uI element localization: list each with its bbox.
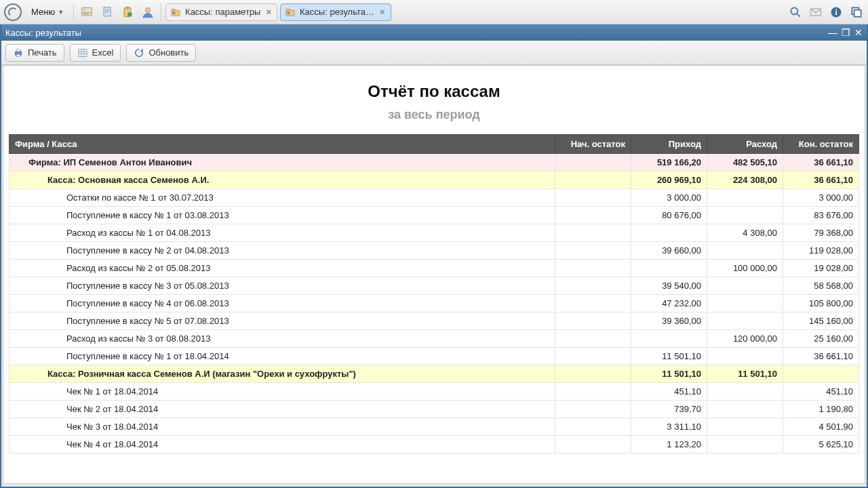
svg-point-5 — [127, 12, 132, 17]
cell-out — [707, 436, 783, 453]
clipboard-icon[interactable] — [119, 3, 136, 21]
cell-end: 36 661,10 — [783, 348, 859, 365]
table-row[interactable]: Чек № 3 от 18.04.20143 311,104 501,90 — [9, 418, 859, 436]
excel-button[interactable]: Excel — [70, 44, 121, 62]
tab-close-icon[interactable]: × — [264, 7, 273, 17]
tab-label: Кассы: параметры — [185, 7, 260, 17]
table-row[interactable]: Поступление в кассу № 4 от 06.08.201347 … — [9, 295, 859, 312]
tab-1[interactable]: Кассы: результа…× — [280, 3, 391, 21]
tab-close-icon[interactable]: × — [378, 7, 387, 17]
cell-end: 58 568,00 — [783, 277, 859, 295]
report-subtitle: за весь период — [3, 108, 865, 134]
col-name: Фирма / Касса — [9, 135, 555, 154]
app-toolbar: Меню ▼ Кассы: параметры×Кассы: результа…… — [0, 0, 868, 24]
cell-start — [555, 418, 631, 436]
table-row[interactable]: Касса: Розничная касса Семенов А.И (мага… — [9, 365, 859, 383]
cell-start — [555, 207, 631, 224]
cell-in — [631, 224, 707, 242]
cell-out: 11 501,10 — [707, 365, 783, 383]
table-row[interactable]: Поступление в кассу № 5 от 07.08.201339 … — [9, 312, 859, 330]
cell-start — [555, 295, 631, 312]
info-icon[interactable]: i — [827, 3, 845, 21]
cell-in: 47 232,00 — [631, 295, 707, 312]
table-row[interactable]: Поступление в кассу № 3 от 05.08.201339 … — [9, 277, 859, 295]
svg-point-6 — [146, 7, 151, 12]
cell-in: 519 166,20 — [631, 154, 707, 171]
window-controls: — ❐ ✕ — [828, 28, 863, 37]
refresh-label: Обновить — [149, 47, 189, 58]
cell-name: Поступление в кассу № 2 от 04.08.2013 — [9, 242, 555, 260]
cell-in: 451,10 — [631, 383, 707, 401]
cell-in: 260 969,10 — [631, 171, 707, 189]
cell-name: Чек № 2 от 18.04.2014 — [9, 401, 555, 418]
tab-0[interactable]: Кассы: параметры× — [165, 3, 277, 21]
svg-rect-1 — [83, 9, 86, 11]
cell-out — [707, 242, 783, 260]
table-row[interactable]: Остатки по кассе № 1 от 30.07.20133 000,… — [9, 189, 859, 207]
cell-start — [555, 154, 631, 171]
close-icon[interactable]: ✕ — [854, 28, 863, 37]
table-row[interactable]: Касса: Основная касса Семенов А.И.260 96… — [9, 171, 859, 189]
windows-icon[interactable] — [848, 3, 865, 21]
cell-out — [707, 348, 783, 365]
cell-start — [555, 365, 631, 383]
cell-out: 4 308,00 — [707, 224, 783, 242]
cell-start — [555, 401, 631, 418]
svg-rect-11 — [286, 9, 290, 11]
table-row[interactable]: Поступление в кассу № 2 от 04.08.201339 … — [9, 242, 859, 260]
cell-out — [707, 312, 783, 330]
cell-in: 11 501,10 — [631, 348, 707, 365]
cell-out — [707, 418, 783, 436]
table-row[interactable]: Поступление в кассу № 1 от 03.08.201380 … — [9, 207, 859, 224]
cell-name: Расход из кассы № 3 от 08.08.2013 — [9, 330, 555, 348]
svg-point-13 — [791, 7, 797, 14]
cell-start — [555, 224, 631, 242]
excel-label: Excel — [92, 47, 114, 58]
document-icon[interactable] — [98, 3, 116, 21]
cell-name: Остатки по кассе № 1 от 30.07.2013 — [9, 189, 555, 207]
cell-in: 39 360,00 — [631, 312, 707, 330]
window-title: Кассы: результаты — [5, 28, 81, 38]
table-row[interactable]: Фирма: ИП Семенов Антон Иванович519 166,… — [9, 154, 859, 171]
cell-start — [555, 171, 631, 189]
tab-label: Кассы: результа… — [300, 7, 374, 17]
minimize-icon[interactable]: — — [828, 28, 837, 37]
cell-out — [707, 383, 783, 401]
cell-start — [555, 189, 631, 207]
svg-rect-2 — [104, 7, 111, 16]
table-row[interactable]: Чек № 4 от 18.04.20141 123,205 625,10 — [9, 436, 859, 453]
cell-in — [631, 260, 707, 277]
table-row[interactable]: Чек № 2 от 18.04.2014739,701 190,80 — [9, 401, 859, 418]
cell-end: 105 800,00 — [783, 295, 859, 312]
cell-in: 1 123,20 — [631, 436, 707, 453]
refresh-button[interactable]: Обновить — [126, 44, 196, 62]
table-row[interactable]: Расход из кассы № 1 от 04.08.20134 308,0… — [9, 224, 859, 242]
table-row[interactable]: Расход из кассы № 2 от 05.08.2013100 000… — [9, 260, 859, 277]
table-row[interactable]: Расход из кассы № 3 от 08.08.2013120 000… — [9, 330, 859, 348]
table-row[interactable]: Чек № 1 от 18.04.2014451,10451,10 — [9, 383, 859, 401]
cell-name: Чек № 3 от 18.04.2014 — [9, 418, 555, 436]
svg-rect-18 — [854, 9, 861, 16]
user-icon[interactable] — [139, 3, 157, 21]
cell-name: Касса: Основная касса Семенов А.И. — [9, 171, 555, 189]
table-row[interactable]: Поступление в кассу № 1 от 18.04.201411 … — [9, 348, 859, 365]
report-tab-icon — [285, 7, 296, 18]
cell-out: 120 000,00 — [707, 330, 783, 348]
printer-icon — [13, 47, 24, 58]
cell-end: 4 501,90 — [783, 418, 859, 436]
svg-point-12 — [287, 12, 290, 14]
cell-end: 451,10 — [783, 383, 859, 401]
main-menu-label: Меню — [31, 7, 55, 17]
cell-name: Фирма: ИП Семенов Антон Иванович — [9, 154, 555, 171]
col-in: Приход — [631, 135, 707, 154]
print-button[interactable]: Печать — [5, 44, 64, 62]
search-icon[interactable] — [787, 3, 804, 21]
maximize-icon[interactable]: ❐ — [842, 28, 850, 37]
cell-in: 3 311,10 — [631, 418, 707, 436]
report-content: Отчёт по кассам за весь период Фирма / К… — [3, 65, 865, 484]
address-book-icon[interactable] — [78, 3, 96, 21]
cell-start — [555, 348, 631, 365]
main-menu-button[interactable]: Меню ▼ — [26, 4, 69, 20]
cell-out — [707, 207, 783, 224]
mail-icon[interactable] — [807, 3, 825, 21]
